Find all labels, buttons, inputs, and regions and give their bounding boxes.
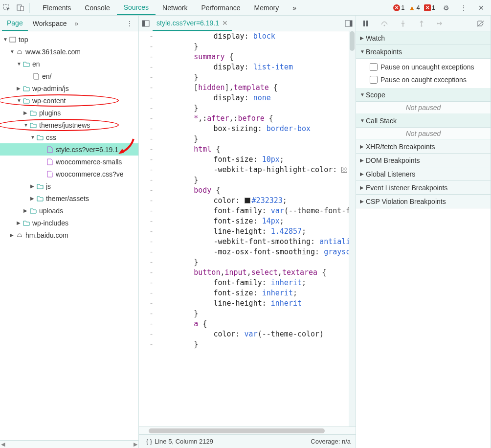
- code-line: - box-sizing: border-box: [139, 124, 356, 134]
- code-line: - display: block: [139, 31, 356, 42]
- main-tab-memory[interactable]: Memory: [247, 0, 286, 15]
- editor-horizontal-scrollbar[interactable]: [139, 426, 356, 434]
- main-tab-elements[interactable]: Elements: [36, 0, 78, 15]
- tree-node-css[interactable]: ▼css: [0, 131, 138, 143]
- code-line: - button,input,select,textarea {: [139, 268, 356, 278]
- code-line: - html {: [139, 144, 356, 155]
- code-line: - -moz-osx-font-smoothing: grayscale: [139, 247, 356, 257]
- code-line: - font-size: 10px;: [139, 155, 356, 165]
- step-out-icon[interactable]: [415, 17, 428, 30]
- tree-node-domain[interactable]: ▼www.361sale.com: [0, 45, 138, 58]
- code-line: - line-height: 1.42857;: [139, 226, 356, 237]
- editor-status-bar: { } Line 5, Column 2129 Coverage: n/a: [139, 434, 356, 448]
- toggle-debugger-icon[interactable]: [342, 17, 356, 30]
- step-over-icon[interactable]: [378, 17, 391, 30]
- error-count[interactable]: ✕1: [393, 4, 404, 11]
- code-line: - -webkit-tap-highlight-color: rgba(0: [139, 165, 356, 175]
- code-line: - color: var(--theme-color): [139, 329, 356, 339]
- kebab-menu-icon[interactable]: ⋮: [457, 1, 470, 15]
- tree-node-woo-small[interactable]: ▶woocommerce-smalls: [0, 156, 138, 168]
- code-line: - }: [139, 309, 356, 319]
- nav-horizontal-scrollbar[interactable]: ◀▶: [0, 440, 138, 448]
- step-icon[interactable]: [433, 17, 447, 30]
- global-listeners-section[interactable]: ▶Global Listeners: [356, 167, 491, 181]
- pause-icon[interactable]: [359, 17, 373, 30]
- toggle-navigator-icon[interactable]: [139, 17, 153, 30]
- tree-node-js[interactable]: ▶js: [0, 180, 138, 192]
- main-tab-console[interactable]: Console: [78, 0, 116, 15]
- code-line: - [hidden],template {: [139, 83, 356, 93]
- scope-section[interactable]: ▼Scope: [356, 88, 491, 102]
- close-tab-icon[interactable]: ✕: [222, 19, 228, 27]
- tree-node-en-file[interactable]: ▶en/: [0, 70, 138, 82]
- tree-node-en[interactable]: ▼en: [0, 58, 138, 70]
- xhr-breakpoints-section[interactable]: ▶XHR/fetch Breakpoints: [356, 140, 491, 154]
- main-tab-network[interactable]: Network: [156, 0, 194, 15]
- main-tab-performance[interactable]: Performance: [194, 0, 247, 15]
- pause-caught-checkbox[interactable]: Pause on caught exceptions: [370, 73, 486, 86]
- svg-point-12: [384, 24, 385, 26]
- debugger-panel: ▶Watch ▼Breakpoints Pause on uncaught ex…: [356, 16, 491, 448]
- nav-kebab-icon[interactable]: ⋮: [123, 17, 136, 30]
- warning-count[interactable]: ▲4: [409, 4, 420, 11]
- deactivate-breakpoints-icon[interactable]: [474, 17, 488, 30]
- callstack-not-paused: Not paused: [356, 128, 491, 140]
- watch-section[interactable]: ▶Watch: [356, 31, 491, 45]
- event-listener-section[interactable]: ▶Event Listener Breakpoints: [356, 181, 491, 195]
- tree-node-wpadmin[interactable]: ▶wp-admin/js: [0, 82, 138, 94]
- main-tab-sources[interactable]: Sources: [117, 0, 156, 15]
- svg-point-13: [402, 25, 404, 26]
- code-line: - }: [139, 257, 356, 268]
- csp-breakpoints-section[interactable]: ▶CSP Violation Breakpoints: [356, 195, 491, 208]
- svg-point-15: [437, 22, 439, 24]
- tree-node-stylecss[interactable]: ▶style.css?ver=6.19.1: [0, 143, 138, 156]
- dom-breakpoints-section[interactable]: ▶DOM Breakpoints: [356, 154, 491, 167]
- pretty-print-icon[interactable]: { }: [144, 435, 155, 448]
- tree-node-baidu[interactable]: ▶hm.baidu.com: [0, 229, 138, 241]
- page-tab[interactable]: Page: [2, 16, 28, 31]
- code-line: - summary {: [139, 52, 356, 62]
- code-line: - font-size: 14px;: [139, 216, 356, 226]
- tree-node-themes[interactable]: ▼themes/justnews: [0, 119, 138, 131]
- settings-icon[interactable]: ⚙: [439, 1, 453, 15]
- main-toolbar: ElementsConsoleSourcesNetworkPerformance…: [0, 0, 491, 16]
- coverage-status: Coverage: n/a: [311, 438, 351, 445]
- tree-node-themer-assets[interactable]: ▶themer/assets: [0, 192, 138, 204]
- device-toolbar-icon[interactable]: [14, 1, 27, 15]
- code-line: - font-size: inherit;: [139, 288, 356, 298]
- code-line: - -webkit-font-smoothing: antialiased;: [139, 237, 356, 247]
- tree-node-wpincludes[interactable]: ▶wp-includes: [0, 217, 138, 229]
- pause-uncaught-checkbox[interactable]: Pause on uncaught exceptions: [370, 61, 486, 73]
- code-line: - font-family: inherit;: [139, 278, 356, 288]
- svg-point-14: [421, 25, 423, 26]
- inspect-icon[interactable]: [0, 1, 14, 15]
- cursor-position: Line 5, Column 2129: [155, 438, 213, 445]
- code-line: - display: list-item: [139, 62, 356, 72]
- tree-node-top[interactable]: ▼top: [0, 33, 138, 45]
- close-devtools-icon[interactable]: ✕: [474, 1, 488, 15]
- code-editor[interactable]: - display: block- }- summary {- display:…: [139, 31, 356, 426]
- code-line: - }: [139, 175, 356, 185]
- file-tree: ▼top ▼www.361sale.com ▼en ▶en/ ▶wp-admin…: [0, 31, 138, 243]
- issue-count[interactable]: ✕1: [424, 4, 435, 11]
- more-tabs-button[interactable]: [286, 0, 303, 15]
- code-line: - body {: [139, 185, 356, 196]
- step-into-icon[interactable]: [396, 17, 410, 30]
- code-line: - }: [139, 42, 356, 52]
- breakpoints-section[interactable]: ▼Breakpoints: [356, 45, 491, 59]
- tree-node-plugins[interactable]: ▶plugins: [0, 107, 138, 119]
- svg-rect-3: [10, 37, 16, 42]
- code-line: - }: [139, 134, 356, 144]
- svg-rect-7: [142, 21, 145, 26]
- file-tab-stylecss[interactable]: style.css?ver=6.19.1 ✕: [153, 16, 232, 31]
- callstack-section[interactable]: ▼Call Stack: [356, 114, 491, 128]
- workspace-tab[interactable]: Workspace: [28, 16, 72, 31]
- tree-node-wpcontent[interactable]: ▼wp-content: [0, 94, 138, 107]
- editor-panel: style.css?ver=6.19.1 ✕ - display: block-…: [139, 16, 356, 448]
- nav-more-tabs[interactable]: [71, 20, 81, 27]
- tree-node-uploads[interactable]: ▶uploads: [0, 204, 138, 217]
- tree-node-woo-css[interactable]: ▶woocommerce.css?ve: [0, 168, 138, 180]
- editor-vertical-scrollbar[interactable]: [349, 31, 356, 426]
- navigator-panel: Page Workspace ⋮ ▼top ▼www.361sale.com ▼…: [0, 16, 139, 448]
- svg-rect-10: [363, 21, 365, 26]
